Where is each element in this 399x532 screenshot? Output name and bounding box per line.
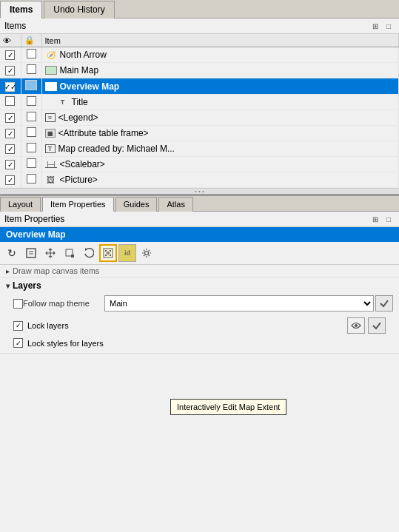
lock-checkbox[interactable] bbox=[27, 112, 36, 121]
properties-section: Layout Item Properties Guides Atlas Item… bbox=[0, 195, 399, 354]
tab-atlas[interactable]: Atlas bbox=[158, 197, 192, 212]
visibility-checkbox[interactable] bbox=[5, 129, 15, 138]
visibility-cell[interactable] bbox=[0, 172, 21, 188]
move-button[interactable] bbox=[41, 244, 59, 262]
lock-cell[interactable] bbox=[21, 126, 41, 141]
refresh-button[interactable]: ↻ bbox=[3, 244, 21, 262]
item-name-cell[interactable]: Main Map bbox=[41, 63, 399, 78]
visibility-cell[interactable] bbox=[0, 157, 21, 172]
visibility-cell[interactable] bbox=[0, 126, 21, 141]
table-row[interactable]: |—| <Scalebar> bbox=[0, 157, 399, 172]
apply-icon2 bbox=[372, 320, 382, 331]
svg-point-14 bbox=[355, 324, 358, 327]
tab-item-properties[interactable]: Item Properties bbox=[42, 197, 114, 212]
svg-rect-12 bbox=[110, 255, 111, 256]
item-name-cell[interactable]: T Title bbox=[41, 95, 399, 110]
resize-button[interactable] bbox=[61, 244, 78, 262]
lock-checkbox[interactable] bbox=[27, 143, 36, 152]
visibility-cell[interactable] bbox=[0, 63, 21, 78]
item-name-cell[interactable]: 🧭 North Arrow bbox=[41, 47, 399, 63]
visibility-cell[interactable] bbox=[0, 95, 21, 110]
lock-layers-controls bbox=[346, 317, 386, 334]
lock-cell[interactable] bbox=[21, 141, 41, 157]
visibility-cell[interactable] bbox=[0, 141, 21, 157]
prop-expand-icon[interactable]: ⊞ bbox=[369, 213, 381, 225]
expand-icon[interactable]: ⊞ bbox=[369, 20, 381, 32]
main-map-icon bbox=[45, 66, 57, 75]
item-label: <Legend> bbox=[58, 112, 98, 123]
lock-cell[interactable] bbox=[21, 157, 41, 172]
table-row[interactable]: ≡ <Legend> bbox=[0, 110, 399, 126]
visibility-checkbox[interactable] bbox=[5, 113, 15, 123]
lock-checkbox[interactable] bbox=[27, 158, 36, 168]
lock-cell[interactable] bbox=[21, 78, 41, 95]
table-row[interactable]: T Map creaded by: Michael M... bbox=[0, 141, 399, 157]
title-icon: T bbox=[57, 96, 69, 108]
lock-layers-apply-button[interactable] bbox=[368, 317, 386, 334]
visibility-cell[interactable] bbox=[0, 47, 21, 63]
lock-cell[interactable] bbox=[21, 63, 41, 78]
tab-guides[interactable]: Guides bbox=[115, 197, 158, 212]
table-row[interactable]: ✓ Overview Map bbox=[0, 78, 399, 95]
rotate-button[interactable] bbox=[80, 244, 98, 262]
col-header-item: Item bbox=[41, 34, 399, 47]
item-name-cell[interactable]: |—| <Scalebar> bbox=[41, 157, 399, 172]
lock-checkbox[interactable] bbox=[27, 96, 36, 106]
lock-checkbox[interactable] bbox=[27, 49, 36, 58]
visibility-cell[interactable]: ✓ bbox=[0, 78, 21, 95]
collapse-icon[interactable]: □ bbox=[383, 20, 395, 32]
lock-cell[interactable] bbox=[21, 95, 41, 110]
prop-collapse-icon[interactable]: □ bbox=[383, 213, 395, 225]
table-row[interactable]: 🖼 <Picture> bbox=[0, 172, 399, 188]
lock-checkbox[interactable] bbox=[25, 80, 37, 90]
lock-styles-checkbox[interactable] bbox=[13, 338, 23, 348]
visibility-checkbox[interactable] bbox=[5, 160, 15, 169]
item-name-cell[interactable]: Overview Map bbox=[41, 78, 399, 95]
extent-button[interactable] bbox=[99, 244, 117, 262]
item-name-cell[interactable]: ▦ <Attribute table frame> bbox=[41, 126, 399, 141]
properties-button[interactable] bbox=[22, 244, 40, 262]
item-label: Title bbox=[72, 97, 88, 107]
lock-checkbox[interactable] bbox=[27, 64, 36, 74]
visibility-checkbox[interactable] bbox=[5, 96, 15, 106]
resize-icon bbox=[64, 248, 75, 258]
lock-layers-label: Lock layers bbox=[27, 321, 69, 330]
svg-rect-4 bbox=[71, 255, 74, 257]
visibility-checkbox[interactable] bbox=[5, 66, 15, 75]
settings-button[interactable] bbox=[138, 244, 155, 262]
table-row[interactable]: T Title bbox=[0, 95, 399, 110]
item-name-cell[interactable]: 🖼 <Picture> bbox=[41, 172, 399, 188]
label-id-button[interactable]: id bbox=[118, 244, 136, 262]
lock-layers-eye-button[interactable] bbox=[347, 317, 365, 334]
lock-layers-checkbox[interactable] bbox=[13, 321, 23, 331]
eye-icon bbox=[351, 322, 361, 329]
lock-cell[interactable] bbox=[21, 47, 41, 63]
lock-cell[interactable] bbox=[21, 172, 41, 188]
layers-section: ▾ Layers Follow map theme Main Lo bbox=[0, 277, 399, 354]
theme-apply-button[interactable] bbox=[375, 295, 393, 312]
visibility-checkbox[interactable] bbox=[5, 50, 15, 60]
table-row[interactable]: ▦ <Attribute table frame> bbox=[0, 126, 399, 141]
collapse-arrow-icon[interactable]: ▸ bbox=[6, 267, 10, 275]
item-label: <Scalebar> bbox=[60, 159, 105, 169]
theme-select[interactable]: Main bbox=[104, 295, 374, 312]
lock-cell[interactable] bbox=[21, 110, 41, 126]
lock-checkbox[interactable] bbox=[27, 127, 36, 137]
visibility-checkbox[interactable] bbox=[5, 144, 15, 154]
tab-layout[interactable]: Layout bbox=[0, 197, 41, 212]
resize-handle[interactable]: • • • bbox=[0, 188, 399, 194]
layers-collapse-icon[interactable]: ▾ bbox=[6, 282, 10, 290]
lock-checkbox[interactable] bbox=[27, 174, 36, 183]
follow-map-theme-checkbox[interactable] bbox=[13, 299, 23, 309]
visibility-cell[interactable] bbox=[0, 110, 21, 126]
table-row[interactable]: 🧭 North Arrow bbox=[0, 47, 399, 63]
visibility-checkbox[interactable]: ✓ bbox=[5, 82, 15, 92]
table-row[interactable]: Main Map bbox=[0, 63, 399, 78]
item-name-cell[interactable]: T Map creaded by: Michael M... bbox=[41, 141, 399, 157]
visibility-checkbox[interactable] bbox=[5, 175, 15, 185]
tab-undo-history[interactable]: Undo History bbox=[44, 1, 114, 18]
layers-section-header: ▾ Layers bbox=[6, 280, 393, 291]
tab-items[interactable]: Items bbox=[0, 1, 42, 18]
north-arrow-icon: 🧭 bbox=[45, 49, 57, 61]
item-name-cell[interactable]: ≡ <Legend> bbox=[41, 110, 399, 126]
